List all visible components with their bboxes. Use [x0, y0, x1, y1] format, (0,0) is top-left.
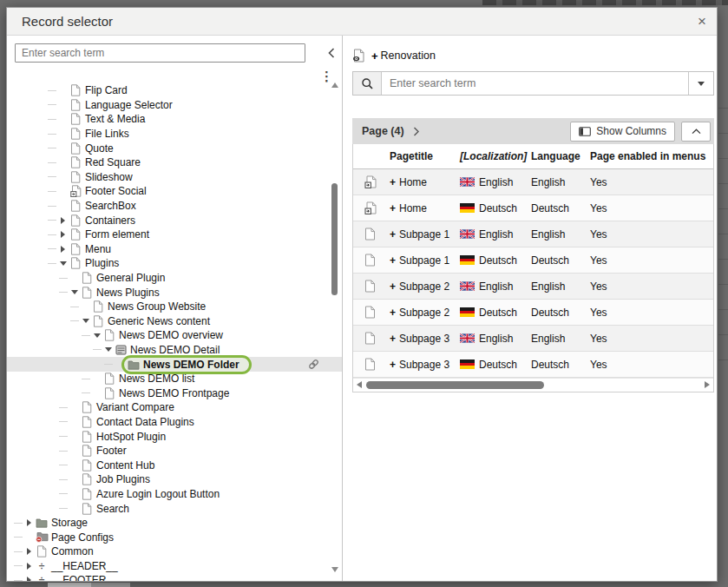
tree-item[interactable]: ÷ News DEMO list	[7, 372, 342, 386]
tree-item[interactable]: ÷ News DEMO Folder	[7, 357, 342, 372]
scroll-left-arrow-icon[interactable]	[357, 381, 362, 388]
scroll-right-arrow-icon[interactable]	[705, 381, 710, 388]
tree-item[interactable]: ÷ Quote	[7, 141, 342, 155]
tree-item[interactable]: ÷ Job Plugins	[7, 472, 342, 487]
record-search-input[interactable]	[382, 72, 688, 95]
tree-item[interactable]: ÷ Search	[7, 501, 342, 516]
tree-item[interactable]: ÷ Azure Login Logout Button	[7, 487, 342, 502]
table-scrollbar-thumb[interactable]	[366, 381, 544, 389]
flag-icon	[460, 307, 475, 317]
tree-expand-arrow-icon[interactable]	[23, 577, 35, 581]
tree-item[interactable]: ÷ Containers	[7, 213, 342, 228]
tree-item[interactable]: ÷ Footer	[7, 444, 342, 458]
tree-item[interactable]: ÷ Content Hub	[7, 458, 342, 472]
expand-plus[interactable]: +	[390, 228, 396, 241]
tree-item-label: Job Plugins	[96, 473, 150, 485]
scroll-down-arrow-icon[interactable]	[331, 567, 338, 572]
tree-item[interactable]: ÷ __FOOTER__	[7, 573, 342, 581]
tree-item[interactable]: ÷ SearchBox	[7, 199, 342, 214]
search-button[interactable]	[353, 72, 382, 95]
tree-expand-arrow-icon[interactable]	[80, 319, 91, 323]
close-icon[interactable]: ×	[698, 14, 706, 29]
tree-expand-arrow-icon[interactable]	[57, 231, 69, 238]
tree-expand-arrow-icon[interactable]	[23, 548, 35, 555]
tree-item[interactable]: ÷ Language Selector	[7, 98, 342, 113]
page-icon	[70, 84, 81, 96]
modal-title: Record selector	[22, 14, 113, 29]
table-row[interactable]: + Home	[353, 169, 713, 195]
tree-item-content: ÷ Plugins	[69, 257, 119, 269]
tree-item[interactable]: ÷ HotSpot Plugin	[7, 429, 342, 444]
tree-connector-line	[14, 551, 23, 552]
tree-item-content: ÷ Red Square	[69, 156, 141, 168]
table-row[interactable]: + Home	[353, 195, 713, 221]
tree-item[interactable]: ÷ Contact Data Plugins	[7, 415, 342, 430]
tree-expand-arrow-icon[interactable]	[57, 217, 69, 224]
localization-text: Deutsch	[479, 254, 517, 267]
language-cell: English	[531, 176, 590, 188]
tree-item[interactable]: ÷ Form element	[7, 228, 342, 242]
expand-plus[interactable]: +	[390, 333, 396, 345]
table-row[interactable]: + Subpage 1	[353, 221, 713, 247]
expand-plus[interactable]: +	[390, 176, 396, 188]
tree-expand-arrow-icon[interactable]	[23, 519, 35, 526]
tree-expand-arrow-icon[interactable]	[91, 333, 102, 338]
tree-item[interactable]: ÷ Text & Media	[7, 112, 342, 127]
tree-item[interactable]: ÷ Menu	[7, 242, 342, 257]
tree-item[interactable]: ÷ Footer Social	[7, 184, 342, 199]
tree-scrollbar-thumb[interactable]	[331, 183, 338, 295]
tree-item[interactable]: ÷ Common	[7, 544, 342, 559]
page-icon	[82, 416, 92, 428]
tree-connector-line	[48, 162, 56, 163]
tree-item[interactable]: ÷ Page Configs	[7, 530, 342, 544]
tree-item-label: Text & Media	[85, 113, 145, 125]
collapse-table-button[interactable]	[681, 122, 711, 142]
table-row[interactable]: + Subpage 3	[353, 326, 713, 352]
tree-item[interactable]: ÷ News DEMO Frontpage	[7, 386, 342, 400]
tree-item[interactable]: ÷ News DEMO overview	[7, 328, 342, 343]
tree-item-label: Contact Data Plugins	[96, 416, 194, 428]
tree-item[interactable]: ÷ File Links	[7, 127, 342, 142]
tree-expand-arrow-icon[interactable]	[69, 290, 80, 294]
records-panel-header[interactable]: Page (4) Show Columns	[352, 118, 714, 144]
tree-item[interactable]: ÷ Plugins	[7, 256, 342, 271]
tree-search-input[interactable]	[15, 43, 305, 63]
table-row[interactable]: + Subpage 1	[353, 247, 713, 274]
header-page-enabled: Page enabled in menus	[590, 150, 713, 162]
tree-item-label: Flip Card	[85, 84, 128, 96]
table-row[interactable]: + Subpage 2	[353, 274, 713, 300]
collapse-panel-button[interactable]	[328, 48, 335, 61]
search-options-dropdown[interactable]	[688, 72, 713, 95]
expand-plus[interactable]: +	[390, 202, 396, 214]
expand-plus[interactable]: +	[390, 254, 396, 267]
tree-item[interactable]: ÷ Variant Compare	[7, 400, 342, 415]
show-columns-button[interactable]: Show Columns	[570, 122, 675, 142]
tree-expand-arrow-icon[interactable]	[57, 246, 69, 253]
tree-expand-arrow-icon[interactable]	[57, 261, 69, 266]
expand-plus[interactable]: +	[390, 280, 396, 293]
chevron-right-icon[interactable]	[413, 127, 420, 136]
pagetitle-cell: + Subpage 2	[390, 307, 460, 319]
tree-item-icon: ÷	[69, 84, 82, 96]
page-icon	[364, 254, 376, 267]
table-row[interactable]: + Subpage 2	[353, 300, 713, 326]
tree-item[interactable]: ÷ Flip Card	[7, 83, 342, 98]
search-icon	[361, 77, 374, 90]
localization-cell: English	[460, 280, 531, 293]
tree-item[interactable]: ÷ News Plugins	[7, 285, 342, 300]
tree-expand-arrow-icon[interactable]	[102, 347, 114, 352]
expand-plus[interactable]: +	[390, 307, 396, 319]
scroll-up-arrow-icon[interactable]	[331, 82, 338, 88]
table-row[interactable]: + Subpage 3	[353, 352, 713, 378]
tree-connector-line	[14, 523, 23, 524]
tree-item[interactable]: ÷ Generic News content	[7, 314, 342, 329]
tree-item[interactable]: ÷ Slideshow	[7, 170, 342, 185]
tree-item[interactable]: ÷ Storage	[7, 516, 342, 531]
tree-item[interactable]: ÷ News Group Website	[7, 300, 342, 314]
tree-item[interactable]: ÷ General Plugin	[7, 271, 342, 286]
expand-plus[interactable]: +	[390, 359, 396, 371]
tree-item[interactable]: ÷ __HEADER__	[7, 559, 342, 574]
tree-item[interactable]: ÷ Red Square	[7, 155, 342, 170]
page-icon	[364, 306, 376, 319]
tree-expand-arrow-icon[interactable]	[23, 563, 35, 570]
